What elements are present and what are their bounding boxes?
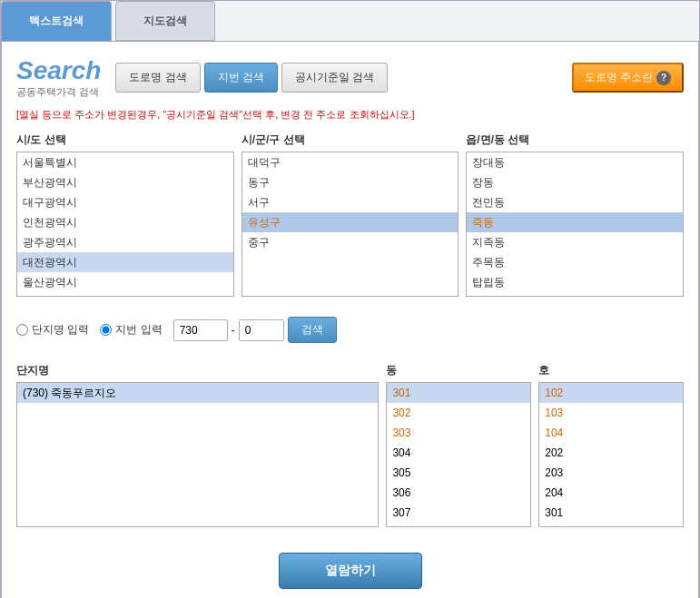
search-type-buttons: 도로명 검색 지번 검색 공시기준일 검색 도로명 주소란 ? — [115, 63, 684, 93]
radio-jibun-input[interactable] — [100, 324, 112, 336]
danjiname-group: 단지명 (730) 죽동푸르지오 — [16, 363, 379, 527]
jibun-main-input[interactable] — [173, 319, 228, 341]
open-button[interactable]: 열람하기 — [279, 553, 422, 589]
list-item[interactable]: 동구 — [242, 172, 458, 192]
radio-jibun-label[interactable]: 지번 입력 — [115, 322, 162, 338]
list-item[interactable]: 대덕구 — [242, 152, 458, 172]
list-item[interactable]: 304 — [387, 443, 530, 463]
list-item[interactable]: (730) 죽동푸르지오 — [17, 383, 378, 403]
list-item[interactable]: 죽동 — [467, 212, 683, 232]
input-row: 단지명 입력 지번 입력 - 검색 — [16, 309, 684, 350]
list-item[interactable]: 장동 — [467, 172, 683, 192]
list-item[interactable]: 204 — [539, 483, 683, 503]
doroname-lookup-button[interactable]: 도로명 주소란 ? — [572, 63, 684, 93]
dong-label: 동 — [386, 363, 531, 378]
radio-danjiname-label[interactable]: 단지명 입력 — [32, 322, 89, 338]
footer: 열람하기 — [16, 542, 684, 598]
main-content: Search 공동주택가격 검색 도로명 검색 지번 검색 공시기준일 검색 도… — [1, 41, 699, 598]
main-window: 텍스트검색 지도검색 Search 공동주택가격 검색 도로명 검색 지번 검색… — [0, 0, 700, 598]
list-item[interactable]: 전민동 — [467, 192, 683, 212]
list-item[interactable]: 울산광역시 — [17, 272, 233, 292]
radio-danji: 단지명 입력 — [16, 322, 89, 338]
sigungu-listbox[interactable]: 대덕구 동구 서구 유성구 중구 — [242, 152, 459, 297]
sido-label: 시/도 선택 — [16, 132, 234, 148]
list-item[interactable]: 302 — [539, 523, 683, 527]
sigungu-group: 시/군/구 선택 대덕구 동구 서구 유성구 중구 — [242, 132, 459, 297]
list-item[interactable]: 301 — [539, 503, 683, 523]
list-item[interactable]: 103 — [539, 403, 683, 423]
list-item[interactable]: 서구 — [242, 192, 458, 212]
tab-text-search[interactable]: 텍스트검색 — [1, 1, 112, 41]
eupmyeondong-label: 읍/면/동 선택 — [466, 132, 684, 148]
logo-subtitle: 공동주택가격 검색 — [16, 85, 101, 99]
jibun-input-group: - 검색 — [173, 317, 337, 343]
ho-group: 호 102 103 104 202 203 204 301 302 303 30… — [538, 363, 684, 527]
help-icon[interactable]: ? — [656, 71, 671, 85]
list-item[interactable]: 하기동 — [467, 292, 683, 297]
eupmyeondong-group: 읍/면/동 선택 장대동 장동 전민동 죽동 지족동 주목동 탑립동 하기동 확… — [466, 132, 684, 297]
list-item[interactable]: 203 — [539, 463, 683, 483]
list-item[interactable]: 주목동 — [467, 252, 683, 272]
jibun-sub-input[interactable] — [239, 319, 284, 341]
jibun-search-button[interactable]: 지번 검색 — [204, 63, 278, 93]
sido-listbox[interactable]: 서울특별시 부산광역시 대구광역시 인천광역시 광주광역시 대전광역시 울산광역… — [16, 152, 234, 297]
dong-group: 동 301 302 303 304 305 306 307 — [386, 363, 531, 527]
list-item[interactable]: 대전광역시 — [17, 252, 233, 272]
dong-listbox[interactable]: 301 302 303 304 305 306 307 — [386, 382, 531, 527]
search-button[interactable]: 검색 — [288, 317, 337, 343]
danjiname-label: 단지명 — [16, 363, 379, 378]
radio-danjiname[interactable] — [16, 324, 28, 336]
list-item[interactable]: 303 — [387, 423, 530, 443]
list-item[interactable]: 202 — [539, 443, 683, 463]
list-item[interactable]: 대구광역시 — [17, 192, 233, 212]
sigungu-label: 시/군/구 선택 — [242, 132, 459, 148]
list-item[interactable]: 104 — [539, 423, 683, 443]
list-item[interactable]: 305 — [387, 463, 530, 483]
list-item[interactable]: 301 — [387, 383, 530, 403]
list-item[interactable]: 중구 — [242, 232, 458, 252]
logo: Search 공동주택가격 검색 — [16, 56, 101, 99]
header-row: Search 공동주택가격 검색 도로명 검색 지번 검색 공시기준일 검색 도… — [16, 56, 684, 99]
list-item[interactable]: 탑립동 — [467, 272, 683, 292]
list-item[interactable]: 102 — [539, 383, 683, 403]
tab-map-search[interactable]: 지도검색 — [115, 1, 215, 41]
list-item[interactable]: 세종특별자치시 — [17, 292, 233, 297]
notice-text: [멸실 등으로 주소가 변경된경우, "공시기준일 검색"선택 후, 변경 전 … — [16, 108, 684, 122]
eupmyeondong-listbox[interactable]: 장대동 장동 전민동 죽동 지족동 주목동 탑립동 하기동 확하동 화암동 — [466, 152, 684, 297]
gongsi-search-button[interactable]: 공시기준일 검색 — [281, 63, 388, 93]
ho-label: 호 — [538, 363, 684, 378]
ho-listbox[interactable]: 102 103 104 202 203 204 301 302 303 304 — [538, 382, 684, 527]
tab-bar: 텍스트검색 지도검색 — [1, 1, 699, 41]
list-item[interactable]: 광주광역시 — [17, 232, 233, 252]
list-item[interactable]: 지족동 — [467, 232, 683, 252]
list-item[interactable]: 유성구 — [242, 212, 458, 232]
logo-title: Search — [16, 56, 101, 85]
list-item[interactable]: 서울특별시 — [17, 152, 233, 172]
list-item[interactable]: 302 — [387, 403, 530, 423]
doroname-search-button[interactable]: 도로명 검색 — [115, 63, 200, 93]
list-item[interactable]: 부산광역시 — [17, 172, 233, 192]
radio-jibun: 지번 입력 — [100, 322, 162, 338]
selection-area: 시/도 선택 서울특별시 부산광역시 대구광역시 인천광역시 광주광역시 대전광… — [16, 132, 684, 297]
list-item[interactable]: 장대동 — [467, 152, 683, 172]
sido-group: 시/도 선택 서울특별시 부산광역시 대구광역시 인천광역시 광주광역시 대전광… — [16, 132, 234, 297]
list-item[interactable]: 306 — [387, 483, 530, 503]
danjiname-listbox[interactable]: (730) 죽동푸르지오 — [16, 382, 379, 527]
jibun-separator: - — [232, 324, 235, 337]
list-item[interactable]: 인천광역시 — [17, 212, 233, 232]
results-area: 단지명 (730) 죽동푸르지오 동 301 302 303 304 305 3… — [16, 363, 684, 527]
list-item[interactable]: 307 — [387, 503, 530, 523]
